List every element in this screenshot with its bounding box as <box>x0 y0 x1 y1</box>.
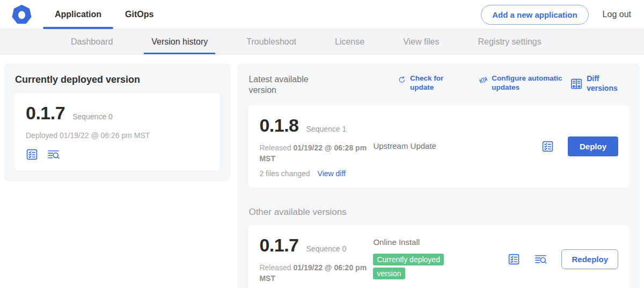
app-logo-heptagon-icon <box>12 5 32 25</box>
deployed-sequence: Sequence 0 <box>72 112 113 121</box>
latest-released-timestamp: Released 01/19/22 @ 06:28 pm MST <box>259 142 367 164</box>
latest-source-label: Upstream Update <box>373 141 436 150</box>
latest-sequence: Sequence 1 <box>306 125 347 133</box>
tab-license[interactable]: License <box>327 30 372 54</box>
tab-view-files[interactable]: View files <box>396 30 447 54</box>
tab-gitops[interactable]: GitOps <box>113 0 165 29</box>
deploy-logs-icon[interactable] <box>534 253 547 265</box>
deployed-version-card: 0.1.7 Sequence 0 Deployed 01/19/22 @ 06:… <box>15 93 219 170</box>
app-sub-nav: Dashboard Version history Troubleshoot L… <box>0 30 644 54</box>
latest-available-title: Latest available version <box>248 74 318 96</box>
currently-deployed-title: Currently deployed version <box>15 74 219 85</box>
tab-application[interactable]: Application <box>43 0 113 29</box>
add-new-application-button[interactable]: Add a new application <box>481 5 588 25</box>
tab-dashboard[interactable]: Dashboard <box>63 30 120 54</box>
deployed-timestamp: Deployed 01/19/22 @ 06:26 pm MST <box>26 130 209 141</box>
diff-icon <box>570 77 583 90</box>
preflight-checklist-icon[interactable] <box>26 148 38 161</box>
version-card-other: 0.1.7 Sequence 0 Released 01/19/22 @ 06:… <box>248 225 629 288</box>
other-sequence: Sequence 0 <box>306 244 347 253</box>
other-available-versions-title: Other available versions <box>248 207 629 218</box>
refresh-icon <box>398 74 406 85</box>
configure-automatic-updates-action[interactable]: Configure automatic updates <box>479 74 570 93</box>
tab-troubleshoot[interactable]: Troubleshoot <box>239 30 304 54</box>
app-logo[interactable] <box>0 0 43 29</box>
preflight-checklist-icon[interactable] <box>508 253 520 265</box>
tab-registry-settings[interactable]: Registry settings <box>470 30 548 54</box>
latest-version-number: 0.1.8 <box>259 115 298 136</box>
top-nav: Application GitOps Add a new application… <box>0 0 644 30</box>
tab-version-history[interactable]: Version history <box>144 30 215 54</box>
currently-deployed-badge: Currently deployed version <box>373 254 444 280</box>
view-diff-link[interactable]: View diff <box>318 169 346 178</box>
top-nav-tabs: Application GitOps <box>43 0 165 29</box>
deploy-button[interactable]: Deploy <box>568 136 618 156</box>
schedule-update-icon <box>479 74 488 86</box>
other-released-timestamp: Released 01/19/22 @ 06:20 pm MST <box>259 262 367 284</box>
other-source-label: Online Install <box>373 237 420 247</box>
currently-deployed-panel: Currently deployed version 0.1.7 Sequenc… <box>4 63 230 181</box>
available-versions-panel: Latest available version Check for updat… <box>238 63 640 288</box>
version-card-latest: 0.1.8 Sequence 1 Released 01/19/22 @ 06:… <box>248 105 629 188</box>
diff-versions-action[interactable]: Diff versions <box>570 74 629 93</box>
other-version-number: 0.1.7 <box>259 235 298 256</box>
deployed-version-number: 0.1.7 <box>26 103 65 124</box>
deploy-logs-icon[interactable] <box>47 148 60 161</box>
check-for-update-action[interactable]: Check for update <box>398 74 454 93</box>
files-changed-label: 2 files changed <box>259 169 310 178</box>
preflight-checklist-icon[interactable] <box>541 140 554 153</box>
redeploy-button[interactable]: Redeploy <box>561 249 618 269</box>
logout-link[interactable]: Log out <box>603 10 631 19</box>
